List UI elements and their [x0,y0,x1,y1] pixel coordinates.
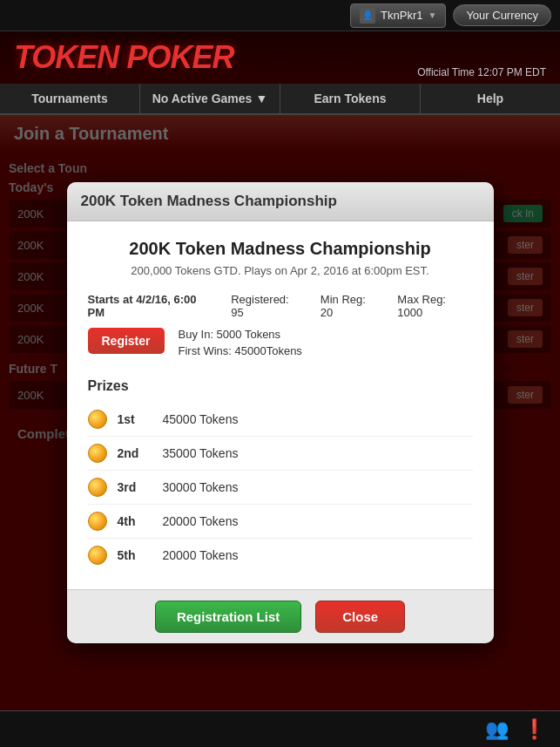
prize-place: 5th [118,548,152,562]
prizes-section: Prizes 1st 45000 Tokens 2nd 35000 Tokens… [88,378,473,572]
first-wins-label: First Wins: 45000Tokens [179,344,302,357]
prize-amount: 45000 Tokens [163,412,239,426]
prize-amount: 20000 Tokens [163,514,239,528]
min-reg-stat: Min Reg: 20 [320,293,381,319]
max-reg-stat: Max Reg: 1000 [397,293,472,319]
close-button[interactable]: Close [315,601,405,633]
coin-icon [88,410,107,429]
modal-overlay: 200K Token Madness Championship 200K Tok… [0,115,560,710]
modal-dialog: 200K Token Madness Championship 200K Tok… [67,182,494,643]
modal-title: 200K Token Madness Championship [81,193,480,210]
username-label: TknPkr1 [381,9,422,22]
prize-row-3rd: 3rd 30000 Tokens [88,471,473,505]
modal-titlebar: 200K Token Madness Championship [67,182,494,221]
prize-amount: 20000 Tokens [163,548,239,562]
coin-icon [88,478,107,497]
coin-icon [88,444,107,463]
user-selector[interactable]: 👤 TknPkr1 ▼ [350,3,446,28]
modal-footer: Registration List Close [67,589,494,643]
official-time: Official Time 12:07 PM EDT [417,66,546,78]
starts-label: Starts at 4/2/16, 6:00 PM [88,293,214,319]
nav-earn-tokens[interactable]: Earn Tokens [280,84,421,113]
prizes-title: Prizes [88,378,473,394]
prize-amount: 35000 Tokens [163,446,239,460]
registration-list-button[interactable]: Registration List [155,601,301,633]
nav-tournaments[interactable]: Tournaments [0,84,140,113]
logo-area: TOKEN POKER Official Time 12:07 PM EDT [0,31,560,84]
currency-label: Your Currency [466,9,538,22]
nav-bar: Tournaments No Active Games ▼ Earn Token… [0,84,560,115]
prize-place: 2nd [118,446,152,460]
buy-in-info: Buy In: 5000 Tokens First Wins: 45000Tok… [179,328,302,370]
main-content: Join a Tournament Select a Toun Today's … [0,115,560,710]
registered-stat: Registered: 95 [231,293,303,319]
prize-place: 1st [118,412,152,426]
register-button[interactable]: Register [88,328,165,354]
alert-icon[interactable]: ❗ [523,718,546,741]
nav-help[interactable]: Help [421,84,560,113]
prize-row-2nd: 2nd 35000 Tokens [88,437,473,471]
coin-icon [88,546,107,565]
users-icon[interactable]: 👥 [485,718,509,741]
top-bar: 👤 TknPkr1 ▼ Your Currency [0,0,560,31]
prize-place: 4th [118,514,152,528]
modal-info-row: Starts at 4/2/16, 6:00 PM Registered: 95… [88,293,473,319]
prize-row-1st: 1st 45000 Tokens [88,403,473,437]
currency-button[interactable]: Your Currency [453,4,551,26]
prize-row-5th: 5th 20000 Tokens [88,539,473,572]
prize-row-4th: 4th 20000 Tokens [88,505,473,539]
buy-in-label: Buy In: 5000 Tokens [179,328,302,341]
logo: TOKEN POKER [14,39,233,76]
prize-place: 3rd [118,480,152,494]
modal-subtitle: 200,000 Tokens GTD. Plays on Apr 2, 2016… [88,264,473,277]
prize-amount: 30000 Tokens [163,480,239,494]
bottom-bar: 👥 ❗ [0,710,560,747]
user-dropdown-arrow: ▼ [428,10,436,20]
modal-body: 200K Token Madness Championship 200,000 … [67,221,494,589]
modal-tournament-name: 200K Token Madness Championship [88,239,473,259]
coin-icon [88,512,107,531]
nav-no-active-games[interactable]: No Active Games ▼ [140,84,280,113]
